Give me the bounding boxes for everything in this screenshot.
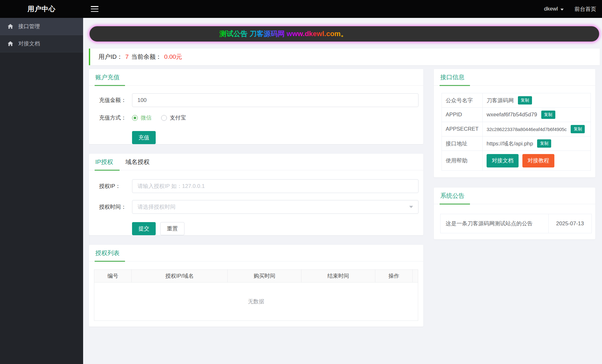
balance-value: 0.00元 bbox=[164, 53, 182, 61]
auth-time-select[interactable]: 请选择授权时间 bbox=[132, 200, 418, 214]
info-label: APPID bbox=[442, 108, 483, 122]
info-value: 刀客源码网 bbox=[487, 97, 514, 104]
auth-list-table: 编号 授权IP/域名 购买时间 结束时间 操作 无数据 bbox=[94, 269, 418, 321]
info-label: 公众号名字 bbox=[442, 93, 483, 108]
title-underline bbox=[95, 85, 125, 86]
username: dkewl bbox=[544, 6, 558, 12]
balance-label: 当前余额： bbox=[131, 53, 162, 61]
announcement-marquee: 测试公告 刀客源码网 www.dkewl.com。 bbox=[89, 26, 600, 42]
sidebar-item-docs[interactable]: 对接文档 bbox=[0, 35, 83, 52]
col-buy-time: 购买时间 bbox=[228, 270, 301, 283]
title-underline bbox=[95, 261, 125, 262]
table-row: 接口地址 https://域名/api.php 复制 bbox=[442, 136, 591, 151]
recharge-card-title: 账户充值 bbox=[95, 73, 120, 81]
amount-input[interactable] bbox=[132, 93, 418, 107]
main-content: 测试公告 刀客源码网 www.dkewl.com。 用户ID： 7 当前余额： … bbox=[83, 18, 602, 364]
app-title: 用户中心 bbox=[0, 4, 83, 13]
submit-button[interactable]: 提交 bbox=[132, 222, 156, 235]
announcement-table: 这是一条刀客源码网测试站点的公告 2025-07-13 bbox=[440, 214, 592, 233]
col-id: 编号 bbox=[94, 270, 132, 283]
sidebar-item-api-manage[interactable]: 接口管理 bbox=[0, 18, 83, 35]
select-placeholder: 请选择授权时间 bbox=[137, 203, 176, 211]
radio-alipay[interactable]: 支付宝 bbox=[161, 114, 186, 121]
top-header: 用户中心 dkewl 前台首页 bbox=[0, 0, 602, 18]
table-row: 使用帮助 对接文档 对接教程 bbox=[442, 151, 591, 171]
title-underline bbox=[440, 204, 470, 205]
announcement-text: 这是一条刀客源码网测试站点的公告 bbox=[441, 214, 549, 233]
recharge-button[interactable]: 充值 bbox=[132, 131, 156, 144]
marquee-text: 测试公告 刀客源码网 www.dkewl.com。 bbox=[219, 29, 348, 39]
table-row: 这是一条刀客源码网测试站点的公告 2025-07-13 bbox=[441, 214, 592, 233]
tab-ip-auth[interactable]: IP授权 bbox=[95, 158, 113, 166]
user-dropdown[interactable]: dkewl bbox=[544, 6, 564, 12]
tutorial-button[interactable]: 对接教程 bbox=[522, 154, 554, 167]
auth-time-label: 授权时间： bbox=[99, 203, 132, 211]
user-id-value: 7 bbox=[125, 53, 129, 60]
table-header-row: 编号 授权IP/域名 购买时间 结束时间 操作 bbox=[94, 270, 418, 283]
chevron-down-icon bbox=[560, 9, 564, 11]
sidebar-item-label: 对接文档 bbox=[18, 40, 40, 47]
docs-button[interactable]: 对接文档 bbox=[487, 154, 519, 167]
radio-label: 微信 bbox=[141, 114, 152, 121]
table-row: APPSECRET 32c286223378a80446eaf4d7b6f490… bbox=[442, 122, 591, 136]
radio-icon bbox=[132, 115, 138, 121]
radio-label: 支付宝 bbox=[170, 114, 186, 121]
method-label: 充值方式： bbox=[99, 114, 132, 121]
auth-ip-label: 授权IP： bbox=[99, 182, 132, 190]
copy-button[interactable]: 复制 bbox=[571, 125, 585, 133]
auth-list-card: 授权列表 编号 授权IP/域名 购买时间 结束时间 操作 bbox=[89, 245, 423, 327]
announcement-date: 2025-07-13 bbox=[549, 214, 592, 233]
scrollbar-gutter bbox=[413, 270, 418, 283]
info-value: wxeefaf6f7b54d5d79 bbox=[487, 112, 537, 118]
user-info-bar: 用户ID： 7 当前余额： 0.00元 bbox=[89, 49, 600, 65]
table-row: APPID wxeefaf6f7b54d5d79 复制 bbox=[442, 108, 591, 122]
home-icon bbox=[8, 41, 13, 46]
info-value: https://域名/api.php bbox=[487, 141, 533, 147]
reset-button[interactable]: 重置 bbox=[160, 222, 184, 235]
sidebar-item-label: 接口管理 bbox=[18, 23, 40, 30]
copy-button[interactable]: 复制 bbox=[518, 96, 532, 105]
amount-label: 充值金额： bbox=[99, 97, 132, 104]
tab-domain-auth[interactable]: 域名授权 bbox=[125, 158, 150, 166]
authorize-card: IP授权 域名授权 授权IP： 授权时间： 请选择授权时间 bbox=[89, 154, 423, 235]
auth-list-title: 授权列表 bbox=[95, 249, 120, 257]
caret-down-icon bbox=[409, 206, 413, 208]
announcement-title: 系统公告 bbox=[440, 192, 465, 200]
title-underline bbox=[440, 85, 470, 86]
copy-button[interactable]: 复制 bbox=[537, 139, 551, 148]
auth-ip-input[interactable] bbox=[132, 179, 418, 193]
radio-wechat[interactable]: 微信 bbox=[132, 114, 152, 121]
active-tab-underline bbox=[95, 170, 120, 171]
info-label: APPSECRET bbox=[442, 122, 483, 136]
api-info-title: 接口信息 bbox=[440, 73, 465, 81]
sidebar: 接口管理 对接文档 bbox=[0, 18, 83, 364]
table-row: 公众号名字 刀客源码网 复制 bbox=[442, 93, 591, 108]
help-label: 使用帮助 bbox=[442, 151, 483, 171]
info-value: 32c286223378a80446eaf4d7b6f4905c bbox=[487, 127, 567, 132]
radio-icon bbox=[161, 115, 167, 121]
hamburger-menu-icon[interactable] bbox=[91, 6, 98, 12]
api-info-table: 公众号名字 刀客源码网 复制 APPID wxeefaf6f7b54d5d79 … bbox=[442, 93, 591, 171]
frontend-home-link[interactable]: 前台首页 bbox=[575, 5, 596, 13]
recharge-card: 账户充值 充值金额： 充值方式： 微信 bbox=[89, 69, 423, 144]
home-icon bbox=[8, 24, 13, 29]
empty-state: 无数据 bbox=[94, 283, 418, 321]
col-ip-domain: 授权IP/域名 bbox=[132, 270, 228, 283]
copy-button[interactable]: 复制 bbox=[541, 111, 555, 119]
info-label: 接口地址 bbox=[442, 136, 483, 151]
system-announcement-card: 系统公告 这是一条刀客源码网测试站点的公告 2025-07-13 bbox=[434, 188, 595, 239]
user-id-label: 用户ID： bbox=[98, 53, 123, 61]
col-actions: 操作 bbox=[375, 270, 412, 283]
col-end-time: 结束时间 bbox=[301, 270, 375, 283]
api-info-card: 接口信息 公众号名字 刀客源码网 复制 APPID bbox=[434, 69, 595, 177]
